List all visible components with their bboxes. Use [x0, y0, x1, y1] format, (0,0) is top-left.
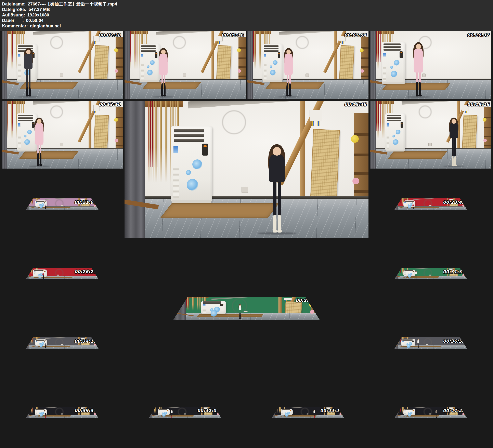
timestamp-label: 00:36:53 [443, 339, 465, 344]
outfit-skirt [412, 204, 414, 206]
video-thumbnail: 00:15:48 [124, 101, 369, 238]
wall-ring-shadow [173, 36, 186, 49]
outfit-top [417, 340, 419, 343]
face [239, 304, 241, 306]
boot [419, 82, 421, 96]
gray-curtain [394, 337, 398, 349]
boot [37, 153, 39, 166]
meta-colon: : [24, 1, 28, 7]
meta-label: Kommentar [2, 23, 26, 29]
air-conditioner [281, 409, 293, 415]
person [44, 201, 46, 209]
ceiling-edge [156, 31, 217, 35]
meta-colon: : [25, 7, 28, 12]
video-thumbnail: 00:05:16 [124, 31, 246, 99]
boot [452, 156, 454, 166]
wall-socket [61, 414, 63, 414]
face [45, 202, 46, 202]
video-thumbnail: 00:36:53 [394, 337, 467, 349]
air-conditioner [171, 126, 212, 202]
meta-value-filesize: 547.37 MB [28, 7, 50, 12]
floor-mat [197, 314, 264, 317]
leg [29, 68, 31, 87]
outfit-skirt [45, 413, 46, 414]
gray-curtain [2, 31, 7, 99]
ceiling-edge [279, 31, 339, 35]
video-thumbnail: 00:23:42 [394, 198, 467, 210]
face [314, 410, 315, 411]
timestamp-label: 00:02:38 [99, 33, 121, 38]
gray-curtain [2, 101, 7, 168]
gray-curtain [26, 268, 29, 280]
meta-row-resolution: Auflösung:1920x1080 [2, 12, 491, 18]
leg [452, 137, 454, 156]
outfit-top [45, 341, 46, 344]
wall-ring-shadow [50, 105, 63, 118]
outfit-top [449, 123, 458, 138]
storage-shelf [116, 107, 123, 152]
wall-socket [60, 143, 63, 146]
timestamp-label: 00:15:48 [344, 102, 366, 107]
boot [278, 215, 281, 233]
pink-item [115, 139, 118, 142]
video-thumbnail: 00:10:32 [370, 31, 491, 99]
wall-socket [429, 205, 431, 206]
wall-socket [244, 311, 247, 312]
person [313, 409, 315, 418]
electrical-box [284, 298, 292, 300]
person [415, 270, 417, 279]
gray-curtain [149, 407, 152, 418]
file-info-header: Dateiname:27667----【御仙工作室】最后一个视频了.mp4 Da… [0, 0, 493, 31]
video-thumbnail: 00:34:15 [26, 337, 99, 349]
outfit-top [239, 306, 241, 311]
meta-value-filename: 27667----【御仙工作室】最后一个视频了.mp4 [28, 2, 117, 7]
face [416, 44, 421, 49]
timestamp-label: 00:21:04 [74, 200, 96, 205]
outfit-top [45, 202, 46, 205]
pink-item [115, 69, 118, 73]
person [42, 269, 45, 279]
meta-row-duration: Dauer:00:50:04 [2, 18, 491, 23]
air-conditioner [262, 44, 282, 81]
contact-sheet: Dateiname:27667----【御仙工作室】最后一个视频了.mp4 Da… [0, 0, 493, 448]
face [286, 50, 291, 54]
pink-item [352, 178, 359, 185]
timestamp-label: 00:31:37 [443, 269, 465, 274]
boot [289, 83, 291, 96]
face [45, 340, 46, 341]
person [21, 47, 35, 96]
air-conditioner [403, 409, 415, 415]
video-thumbnail: 00:07:54 [247, 31, 369, 99]
floor-mat [388, 151, 447, 159]
air-conditioner [382, 42, 405, 83]
air-conditioner [385, 113, 405, 151]
yellow-helmet [483, 118, 486, 122]
air-conditioner [403, 270, 415, 276]
ceiling-edge [212, 297, 285, 300]
meta-row-filesize: Dateigröße:547.37 MB [2, 7, 491, 12]
wall-socket [57, 275, 59, 275]
wall-socket [184, 414, 186, 414]
thumbnail-grid: 00:02:3800:05:1600:07:5400:10:3200:13:10… [0, 31, 493, 448]
meta-label: Auflösung [2, 12, 23, 18]
wall-socket [305, 74, 309, 77]
wall-ring-shadow [50, 36, 63, 49]
yellow-helmet [114, 118, 118, 122]
timestamp-label: 00:13:10 [99, 102, 121, 107]
pink-item [238, 69, 241, 73]
electrical-box [310, 110, 322, 121]
air-conditioner [401, 339, 416, 346]
boot [286, 83, 288, 96]
timestamp-label: 00:07:54 [344, 33, 366, 38]
meta-colon: : [26, 23, 30, 29]
boot [314, 415, 315, 418]
outfit-top [284, 54, 293, 75]
timestamp-label: 00:18:26 [467, 102, 489, 107]
pink-item [483, 139, 487, 142]
wall-socket [426, 344, 428, 345]
meta-colon: : [23, 12, 27, 18]
floor-mat [19, 151, 78, 159]
wall-socket [242, 187, 248, 193]
outfit-top [269, 155, 285, 182]
gray-curtain [124, 31, 130, 99]
